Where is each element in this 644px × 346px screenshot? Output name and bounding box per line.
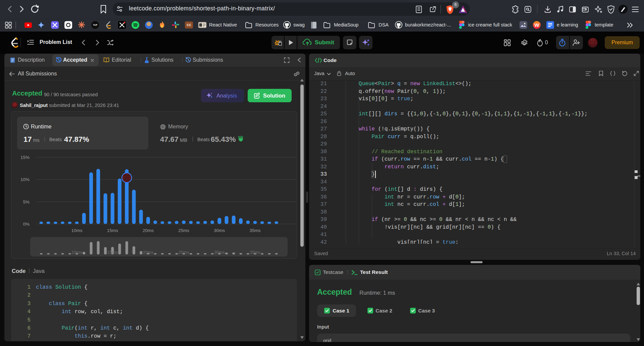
svg-text:15ms: 15ms bbox=[107, 250, 118, 255]
svg-text:20ms: 20ms bbox=[143, 228, 154, 233]
svg-text:15ms: 15ms bbox=[107, 228, 118, 233]
svg-text:10%: 10% bbox=[20, 177, 30, 182]
svg-text:5%: 5% bbox=[23, 199, 30, 205]
svg-text:25ms: 25ms bbox=[179, 250, 189, 255]
svg-text:0%: 0% bbox=[23, 222, 30, 227]
svg-text:35ms: 35ms bbox=[250, 250, 260, 255]
svg-text:30ms: 30ms bbox=[214, 250, 225, 255]
svg-text:15%: 15% bbox=[20, 155, 30, 160]
svg-text:30ms: 30ms bbox=[214, 228, 225, 233]
svg-text:10ms: 10ms bbox=[71, 228, 82, 233]
svg-text:25ms: 25ms bbox=[178, 228, 189, 233]
svg-text:10ms: 10ms bbox=[71, 250, 82, 255]
svg-text:35ms: 35ms bbox=[249, 228, 260, 233]
svg-text:20ms: 20ms bbox=[143, 250, 154, 255]
